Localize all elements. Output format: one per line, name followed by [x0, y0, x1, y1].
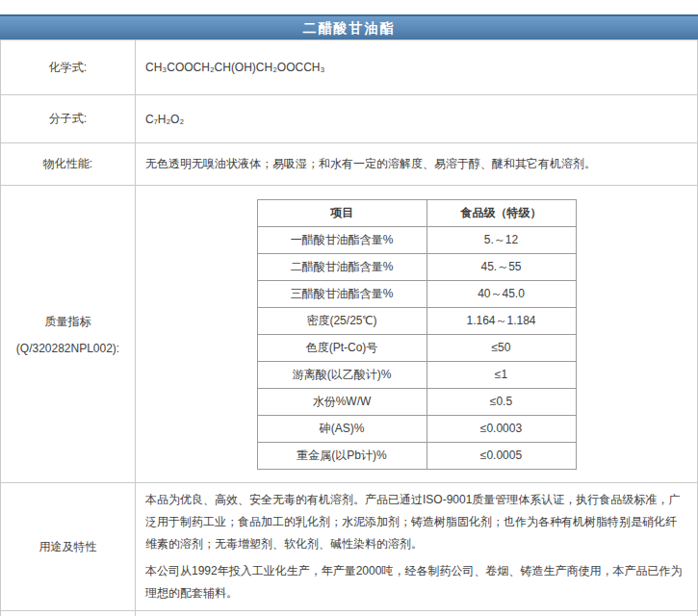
quality-value: ≤0.0005 — [427, 442, 576, 469]
row-chemical-formula: 化学式: CH₃COOCH₂CH(OH)CH₂OOCCH₃ — [1, 40, 698, 95]
quality-label-standard-code: (Q/320282NPL002): — [5, 342, 131, 355]
product-spec-page: 二醋酸甘油酯 化学式: CH₃COOCH₂CH(OH)CH₂OOCCH₃ 分子式… — [0, 0, 698, 616]
packaging-storage-value: 本产品为一般化学品，钢桶包装。产品应于阴凉、干燥处密封保存，防止受热、受潮、阳光… — [136, 611, 698, 616]
top-spacer — [0, 0, 698, 14]
quality-item: 一醋酸甘油酯含量% — [257, 226, 427, 253]
quality-indicators-label: 质量指标 (Q/320282NPL002): — [1, 186, 136, 483]
table-row: 二醋酸甘油酯含量% 45.～55 — [257, 253, 576, 280]
table-row: 密度(25/25℃) 1.164～1.184 — [257, 307, 576, 334]
table-row: 三醋酸甘油酯含量% 40～45.0 — [257, 280, 576, 307]
quality-value: ≤0.0003 — [427, 415, 576, 442]
molecular-formula-value: C₇H₂O₂ — [136, 95, 698, 143]
quality-value: 45.～55 — [427, 253, 576, 280]
row-packaging-storage: 包装及储存: 本产品为一般化学品，钢桶包装。产品应于阴凉、干燥处密封保存，防止受… — [1, 611, 698, 616]
quality-item: 色度(Pt-Co)号 — [257, 334, 427, 361]
quality-table: 项目 食品级（特级） 一醋酸甘油酯含量% 5.～12 二醋酸甘油酯含量% 45.… — [257, 199, 577, 470]
quality-header-item: 项目 — [257, 199, 427, 226]
usage-paragraph-1: 本品为优良、高效、安全无毒的有机溶剂。产品已通过ISO-9001质量管理体系认证… — [145, 489, 687, 554]
usage-features-cell: 本品为优良、高效、安全无毒的有机溶剂。产品已通过ISO-9001质量管理体系认证… — [136, 483, 698, 611]
chemical-formula-label: 化学式: — [1, 40, 136, 95]
row-usage-features: 用途及特性 本品为优良、高效、安全无毒的有机溶剂。产品已通过ISO-9001质量… — [1, 483, 698, 611]
table-row: 水份%W/W ≤0.5 — [257, 388, 576, 415]
table-row: 重金属(以Pb计)% ≤0.0005 — [257, 442, 576, 469]
quality-label-title: 质量指标 — [5, 314, 131, 330]
usage-features-label: 用途及特性 — [1, 483, 136, 611]
row-physical-properties: 物化性能: 无色透明无嗅油状液体；易吸湿；和水有一定的溶解度、易溶于醇、醚和其它… — [1, 143, 698, 186]
physical-properties-label: 物化性能: — [1, 143, 136, 186]
quality-item: 二醋酸甘油酯含量% — [257, 253, 427, 280]
quality-item: 三醋酸甘油酯含量% — [257, 280, 427, 307]
quality-value: ≤1 — [427, 361, 576, 388]
quality-value: 5.～12 — [427, 226, 576, 253]
row-quality-indicators: 质量指标 (Q/320282NPL002): 项目 食品级（特级） 一醋酸甘油酯… — [1, 186, 698, 483]
chemical-formula-value: CH₃COOCH₂CH(OH)CH₂OOCCH₃ — [136, 40, 698, 95]
quality-value: ≤0.5 — [427, 388, 576, 415]
quality-item: 密度(25/25℃) — [257, 307, 427, 334]
physical-properties-value: 无色透明无嗅油状液体；易吸湿；和水有一定的溶解度、易溶于醇、醚和其它有机溶剂。 — [136, 143, 698, 186]
quality-header-grade: 食品级（特级） — [427, 199, 576, 226]
packaging-storage-label: 包装及储存: — [1, 611, 136, 616]
quality-item: 砷(AS)% — [257, 415, 427, 442]
table-row: 色度(Pt-Co)号 ≤50 — [257, 334, 576, 361]
usage-paragraph-2: 本公司从1992年投入工业化生产，年产量2000吨，经各制药公司、卷烟、铸造生产… — [145, 560, 687, 604]
quality-value: 1.164～1.184 — [427, 307, 576, 334]
page-title: 二醋酸甘油酯 — [0, 14, 698, 39]
quality-value: ≤50 — [427, 334, 576, 361]
table-row: 砷(AS)% ≤0.0003 — [257, 415, 576, 442]
quality-table-header-row: 项目 食品级（特级） — [257, 199, 576, 226]
quality-item: 水份%W/W — [257, 388, 427, 415]
quality-value: 40～45.0 — [427, 280, 576, 307]
table-row: 游离酸(以乙酸计)% ≤1 — [257, 361, 576, 388]
quality-item: 游离酸(以乙酸计)% — [257, 361, 427, 388]
spec-table: 化学式: CH₃COOCH₂CH(OH)CH₂OOCCH₃ 分子式: C₇H₂O… — [0, 39, 698, 616]
table-row: 一醋酸甘油酯含量% 5.～12 — [257, 226, 576, 253]
row-molecular-formula: 分子式: C₇H₂O₂ — [1, 95, 698, 143]
molecular-formula-label: 分子式: — [1, 95, 136, 143]
quality-indicators-cell: 项目 食品级（特级） 一醋酸甘油酯含量% 5.～12 二醋酸甘油酯含量% 45.… — [136, 186, 698, 483]
quality-item: 重金属(以Pb计)% — [257, 442, 427, 469]
